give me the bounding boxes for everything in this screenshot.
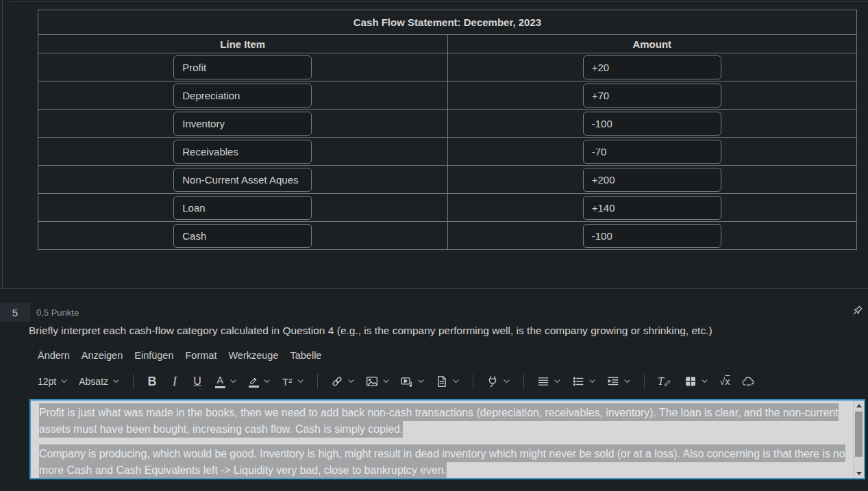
text-color-button[interactable]: A bbox=[214, 375, 236, 388]
amount-input[interactable]: -100 bbox=[583, 112, 721, 136]
line-item-input[interactable]: Non-Current Asset Aques bbox=[173, 168, 312, 192]
menu-werkzeuge[interactable]: Werkzeuge bbox=[228, 350, 278, 361]
amount-input[interactable]: -70 bbox=[583, 140, 721, 164]
format-painter-button[interactable]: T bbox=[658, 375, 673, 388]
line-item-input[interactable]: Receivables bbox=[173, 140, 312, 164]
editor-menubar: ÄndernAnzeigenEinfügenFormatWerkzeugeTab… bbox=[38, 350, 321, 361]
toolbar-separator bbox=[317, 374, 318, 389]
pin-icon[interactable] bbox=[851, 305, 863, 317]
editor-content[interactable]: Profit is just what was made in the book… bbox=[31, 401, 853, 478]
amount-input[interactable]: +70 bbox=[583, 84, 721, 108]
menu-anzeigen[interactable]: Anzeigen bbox=[82, 350, 123, 361]
editor-toolbar: 12ptAbsatzBIUAT²T√x bbox=[38, 370, 760, 393]
top-border-line bbox=[10, 1, 868, 2]
format-painter-icon: T bbox=[658, 375, 673, 388]
scrollbar-thumb[interactable] bbox=[855, 412, 863, 457]
table-row: Non-Current Asset Aques+200 bbox=[38, 166, 857, 194]
scrollbar-up-arrow[interactable] bbox=[854, 401, 864, 410]
link-button[interactable] bbox=[331, 375, 354, 388]
question-points: 0,5 Punkte bbox=[36, 307, 79, 318]
underline-button[interactable]: U bbox=[192, 375, 203, 388]
bold-icon: B bbox=[147, 375, 158, 389]
link-icon bbox=[331, 375, 343, 388]
scrollbar-down-arrow[interactable] bbox=[854, 468, 864, 478]
selected-text: Profit is just what was made in the book… bbox=[39, 403, 839, 421]
selected-text: more Cash and Cash Equivalents left -> L… bbox=[39, 461, 447, 479]
line-item-input[interactable]: Cash bbox=[173, 224, 312, 248]
indent-icon bbox=[607, 375, 619, 388]
chevron-down-icon bbox=[702, 379, 708, 383]
table-row: Loan+140 bbox=[38, 194, 857, 222]
align-button[interactable] bbox=[537, 375, 560, 388]
align-icon bbox=[537, 375, 549, 388]
font-size-select[interactable]: 12pt bbox=[38, 376, 67, 387]
highlight-button[interactable] bbox=[248, 376, 270, 388]
chevron-down-icon bbox=[348, 379, 354, 383]
formula-icon: √x bbox=[719, 376, 730, 387]
question-text: Briefly interpret each cash-flow categor… bbox=[29, 325, 712, 337]
chevron-down-icon bbox=[230, 379, 236, 383]
table-title: Cash Flow Statement: December, 2023 bbox=[38, 10, 857, 35]
menu-tabelle[interactable]: Tabelle bbox=[290, 350, 321, 361]
chevron-down-icon bbox=[624, 379, 630, 383]
underline-icon: U bbox=[192, 375, 203, 388]
selected-text: assets must have been bought, increasing… bbox=[39, 420, 403, 438]
cloud-sync-button[interactable] bbox=[742, 375, 754, 388]
amount-input[interactable]: +20 bbox=[583, 55, 721, 79]
media-button[interactable] bbox=[401, 375, 424, 388]
font-size-label: 12pt bbox=[38, 376, 56, 387]
menu-ndern[interactable]: Ändern bbox=[38, 350, 70, 361]
italic-icon: I bbox=[169, 375, 180, 389]
line-item-input[interactable]: Loan bbox=[173, 196, 312, 220]
indent-button[interactable] bbox=[607, 375, 630, 388]
document-button[interactable] bbox=[436, 375, 459, 388]
chevron-down-icon bbox=[297, 379, 303, 383]
italic-button[interactable]: I bbox=[169, 375, 180, 389]
line-item-input[interactable]: Inventory bbox=[173, 112, 312, 136]
image-button[interactable] bbox=[366, 375, 389, 388]
cash-flow-table: Cash Flow Statement: December, 2023 Line… bbox=[38, 10, 857, 250]
superscript-button[interactable]: T² bbox=[282, 376, 303, 388]
bullet-list-button[interactable] bbox=[572, 375, 595, 388]
menu-format[interactable]: Format bbox=[185, 350, 216, 361]
left-border-line bbox=[2, 0, 3, 288]
block-format-select[interactable]: Absatz bbox=[79, 376, 119, 387]
line-item-input[interactable]: Profit bbox=[173, 55, 312, 79]
answer-paragraph: Profit is just what was made in the book… bbox=[39, 404, 845, 437]
menu-einfgen[interactable]: Einfügen bbox=[134, 350, 173, 361]
image-icon bbox=[366, 375, 378, 388]
plugin-button[interactable] bbox=[486, 375, 510, 388]
highlight-icon bbox=[248, 376, 259, 388]
answer-editor[interactable]: Profit is just what was made in the book… bbox=[29, 399, 865, 479]
exam-page: Cash Flow Statement: December, 2023 Line… bbox=[0, 0, 868, 491]
chevron-down-icon bbox=[113, 379, 119, 383]
table-row: Cash-100 bbox=[38, 222, 857, 250]
amount-input[interactable]: +140 bbox=[583, 196, 721, 220]
column-header-line-item: Line Item bbox=[38, 35, 448, 53]
table-row: Profit+20 bbox=[38, 53, 857, 81]
bullet-list-icon bbox=[572, 375, 584, 388]
chevron-down-icon bbox=[504, 379, 510, 383]
amount-input[interactable]: +200 bbox=[583, 168, 721, 192]
chevron-down-icon bbox=[453, 379, 459, 383]
chevron-down-icon bbox=[61, 379, 67, 383]
question-number-badge: 5 bbox=[0, 303, 30, 322]
table-icon bbox=[684, 375, 697, 388]
text-color-icon: A bbox=[214, 375, 225, 388]
amount-input[interactable]: -100 bbox=[583, 224, 721, 248]
superscript-icon: T² bbox=[282, 376, 293, 388]
media-icon bbox=[401, 375, 413, 388]
toolbar-separator bbox=[523, 374, 524, 389]
cloud-sync-icon bbox=[742, 375, 754, 388]
line-item-input[interactable]: Depreciation bbox=[173, 84, 312, 108]
chevron-down-icon bbox=[589, 379, 595, 383]
toolbar-separator bbox=[644, 374, 645, 389]
editor-scrollbar[interactable] bbox=[853, 401, 864, 478]
section-divider bbox=[0, 288, 868, 289]
plugin-icon bbox=[486, 375, 499, 388]
answer-paragraph: Company is producing, which would be goo… bbox=[39, 445, 845, 478]
table-button[interactable] bbox=[684, 375, 708, 388]
table-row: Depreciation+70 bbox=[38, 81, 857, 110]
bold-button[interactable]: B bbox=[147, 375, 158, 389]
formula-button[interactable]: √x bbox=[719, 376, 730, 387]
